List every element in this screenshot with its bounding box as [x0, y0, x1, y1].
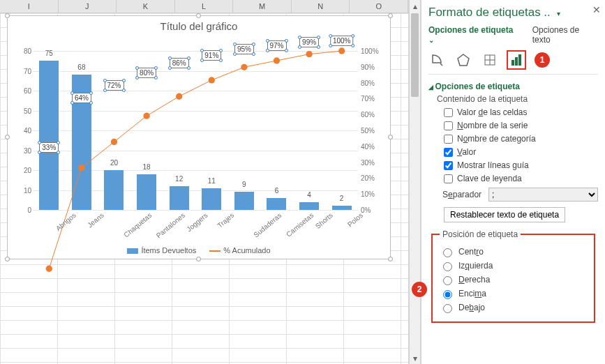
label-handle[interactable]: [135, 66, 139, 70]
label-handle[interactable]: [298, 36, 301, 39]
category-label[interactable]: Pantalones: [155, 211, 186, 240]
label-handle[interactable]: [57, 151, 60, 154]
chk-legend-key[interactable]: Clave de leyenda: [444, 174, 598, 183]
col-header[interactable]: L: [175, 0, 234, 13]
vertical-scrollbar[interactable]: ▴ ▾: [409, 0, 421, 364]
label-handle[interactable]: [135, 76, 139, 79]
line-data-label[interactable]: 33%: [39, 142, 59, 153]
chk-value[interactable]: Valor: [444, 147, 598, 157]
category-label[interactable]: Polos: [346, 211, 364, 229]
legend-item-line[interactable]: % Acumulado: [209, 246, 270, 255]
label-handle[interactable]: [200, 49, 204, 52]
label-handle[interactable]: [233, 43, 237, 46]
label-handle[interactable]: [219, 49, 223, 52]
category-axis[interactable]: AbrigosJeansChaquetasPantalonesJoggersTr…: [33, 211, 358, 238]
label-handle[interactable]: [154, 76, 158, 79]
resize-handle[interactable]: [388, 135, 393, 139]
resize-handle[interactable]: [196, 13, 201, 18]
category-label[interactable]: Jeans: [86, 211, 105, 229]
close-pane-button[interactable]: ✕: [592, 4, 601, 15]
line-data-label[interactable]: 100%: [330, 36, 354, 46]
tab-label-options[interactable]: Opciones de etiqueta: [428, 25, 518, 45]
section-label-options[interactable]: Opciones de etiqueta: [428, 82, 598, 91]
line-data-label[interactable]: 86%: [170, 58, 189, 68]
label-handle[interactable]: [70, 91, 74, 95]
label-handle[interactable]: [329, 44, 332, 47]
label-handle[interactable]: [298, 45, 301, 49]
separator-select[interactable]: ;: [488, 188, 598, 202]
category-label[interactable]: Shorts: [314, 211, 334, 230]
label-handle[interactable]: [57, 141, 60, 144]
line-data-label[interactable]: 95%: [234, 44, 254, 54]
pane-title-dropdown[interactable]: [554, 6, 560, 19]
line-data-label[interactable]: 97%: [267, 40, 286, 51]
label-handle[interactable]: [252, 52, 255, 56]
chk-category-name[interactable]: Nombre de categoría: [444, 134, 598, 144]
scroll-up-arrow[interactable]: ▴: [410, 0, 420, 12]
label-handle[interactable]: [285, 49, 288, 52]
resize-handle[interactable]: [5, 135, 10, 139]
chart-legend[interactable]: Ítems Devueltos % Acumulado: [8, 246, 390, 255]
pos-center[interactable]: Centro: [440, 246, 590, 257]
category-label[interactable]: Trajes: [216, 211, 236, 229]
chart-object[interactable]: Título del gráfico 01020304050607080 0%1…: [7, 15, 391, 259]
col-header[interactable]: K: [117, 0, 175, 13]
label-handle[interactable]: [89, 101, 93, 105]
category-label[interactable]: Sudaderas: [252, 211, 283, 239]
chk-cell-value[interactable]: Valor de las celdas: [444, 107, 598, 117]
category-label[interactable]: Chaquetas: [122, 211, 153, 239]
size-properties-icon[interactable]: [481, 52, 498, 68]
fill-line-icon[interactable]: [428, 52, 445, 68]
scroll-down-arrow[interactable]: ▾: [410, 352, 420, 364]
resize-handle[interactable]: [388, 257, 393, 261]
category-label[interactable]: Abrigos: [54, 211, 77, 232]
label-handle[interactable]: [38, 151, 41, 154]
pos-left[interactable]: Izquierda: [440, 260, 590, 271]
chk-leader-lines[interactable]: Mostrar líneas guía: [444, 160, 598, 170]
label-handle[interactable]: [317, 36, 320, 39]
category-label[interactable]: Joggers: [185, 211, 209, 233]
label-handle[interactable]: [70, 101, 74, 105]
reset-label-text-button[interactable]: Restablecer texto de etiqueta: [444, 207, 565, 222]
col-header[interactable]: I: [0, 0, 59, 13]
col-header[interactable]: O: [350, 0, 408, 13]
label-handle[interactable]: [103, 89, 106, 92]
pos-right[interactable]: Derecha: [440, 274, 590, 285]
label-handle[interactable]: [89, 91, 93, 95]
label-handle[interactable]: [38, 141, 41, 144]
tab-text-options[interactable]: Opciones de texto: [532, 25, 598, 45]
col-header[interactable]: J: [59, 0, 117, 13]
primary-y-axis[interactable]: 01020304050607080: [10, 51, 31, 210]
plot-area[interactable]: 7568201812119642 33%64%72%80%86%91%95%97…: [33, 51, 358, 210]
line-data-label[interactable]: 99%: [299, 37, 319, 47]
scroll-track[interactable]: [410, 98, 420, 352]
line-data-label[interactable]: 64%: [72, 93, 91, 103]
secondary-y-axis[interactable]: 0%10%20%30%40%50%60%70%80%90%100%: [361, 51, 387, 210]
label-handle[interactable]: [233, 52, 237, 56]
effects-icon[interactable]: [455, 52, 472, 68]
label-handle[interactable]: [351, 34, 354, 38]
category-label[interactable]: Camisetas: [285, 211, 315, 238]
pos-above[interactable]: Encima: [440, 288, 590, 299]
line-data-label[interactable]: 72%: [104, 80, 124, 91]
label-handle[interactable]: [122, 79, 126, 82]
col-header[interactable]: N: [292, 0, 350, 13]
line-data-label[interactable]: 91%: [202, 50, 221, 61]
label-handle[interactable]: [285, 39, 288, 43]
label-handle[interactable]: [168, 56, 172, 60]
label-handle[interactable]: [265, 49, 269, 52]
resize-handle[interactable]: [5, 13, 10, 18]
label-options-icon[interactable]: [508, 52, 525, 68]
label-handle[interactable]: [154, 66, 158, 70]
label-handle[interactable]: [187, 56, 191, 60]
resize-handle[interactable]: [388, 13, 393, 18]
label-handle[interactable]: [122, 89, 126, 92]
legend-item-bar[interactable]: Ítems Devueltos: [127, 246, 196, 255]
resize-handle[interactable]: [5, 257, 10, 261]
chk-series-name[interactable]: Nombre de la serie: [444, 121, 598, 130]
line-data-label[interactable]: 80%: [137, 68, 156, 78]
scroll-thumb[interactable]: [411, 13, 419, 97]
label-handle[interactable]: [265, 39, 269, 43]
label-handle[interactable]: [317, 45, 320, 49]
label-handle[interactable]: [103, 79, 106, 82]
